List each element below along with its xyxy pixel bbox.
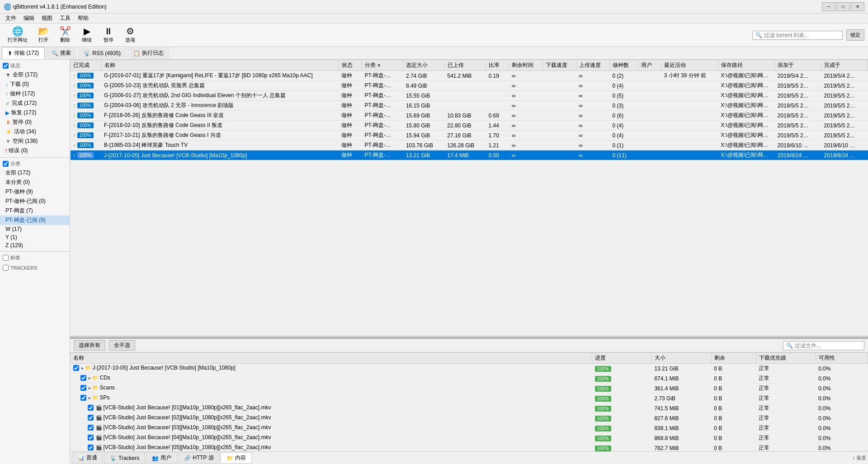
menu-file[interactable]: 文件 — [2, 14, 20, 23]
file-checkbox[interactable] — [80, 385, 86, 391]
trackers-checkbox[interactable] — [3, 265, 9, 271]
tags-checkbox[interactable] — [3, 255, 9, 261]
file-col-priority[interactable]: 下载优先级 — [756, 353, 816, 364]
sidebar-item-seeding[interactable]: ↑ 做种 (172) — [0, 89, 70, 98]
tab-log[interactable]: 📋 执行日志 — [127, 47, 170, 59]
tab-transfer[interactable]: ⬆ 传输 (172) — [2, 47, 45, 59]
file-list-item[interactable]: ▸ 📁 J-[2017-10-05] Just Because! [VCB-St… — [71, 364, 868, 374]
file-col-remaining[interactable]: 剩余 — [711, 353, 756, 364]
col-uploaded[interactable]: 已上传 — [444, 60, 486, 71]
col-ratio[interactable]: 比率 — [486, 60, 509, 71]
col-status[interactable]: 状态 — [339, 60, 362, 71]
tab-trackers[interactable]: 📡 Trackers — [104, 452, 145, 464]
status-checkbox[interactable] — [3, 63, 9, 69]
sidebar-category-pt-disk[interactable]: PT-网盘 (7) — [0, 206, 70, 216]
file-list-item[interactable]: 🎬 [VCB-Studio] Just Because! [05][Ma10p_… — [71, 443, 868, 452]
tab-search[interactable]: 🔍 搜索 — [46, 47, 77, 59]
sidebar-category-w[interactable]: W (17) — [0, 225, 70, 233]
file-col-availability[interactable]: 可用性 — [816, 353, 868, 364]
table-row[interactable]: ↑ 100% B-[1985-03-24] 棒球英豪 Touch TV 做种 P… — [71, 141, 868, 150]
lock-button[interactable]: 锁定 — [846, 29, 864, 41]
file-col-name[interactable]: 名称 — [71, 353, 592, 364]
table-row[interactable]: ↑ 100% F-[2017-10-21] 反叛的鲁路修 Code Geass … — [71, 131, 868, 141]
sidebar-category-pt-seed-read[interactable]: PT-做种-已阅 (0) — [0, 197, 70, 206]
tab-users[interactable]: 👥 用户 — [146, 452, 177, 464]
select-none-button[interactable]: 全不选 — [109, 340, 135, 351]
table-row[interactable]: ↑ 100% J-[2017-10-05] Just Because! [VCB… — [71, 150, 868, 160]
select-all-button[interactable]: 选择所有 — [74, 340, 105, 351]
file-list-item[interactable]: 🎬 [VCB-Studio] Just Because! [01][Ma10p_… — [71, 403, 868, 413]
sidebar-item-downloading[interactable]: ↓ 下载 (0) — [0, 80, 70, 89]
col-completed[interactable]: 完成于 — [821, 60, 868, 71]
file-filter-box[interactable]: 🔍 — [783, 341, 864, 350]
file-list-item[interactable]: ▸ 📁 CDs 100% 674.1 MiB 0 B 正常 0.0% — [71, 374, 868, 384]
sidebar-item-all[interactable]: ▼ 全部 (172) — [0, 70, 70, 80]
file-checkbox[interactable] — [80, 375, 86, 381]
sidebar-item-completed[interactable]: ✓ 完成 (172) — [0, 98, 70, 108]
sidebar-item-resumed[interactable]: ▶ 恢复 (172) — [0, 108, 70, 117]
sidebar-category-all[interactable]: 全部 (172) — [0, 168, 70, 178]
col-progress[interactable]: 已完成 — [71, 60, 102, 71]
file-list-item[interactable]: ▸ 📁 SPs 100% 2.73 GiB 0 B 正常 0.0% — [71, 394, 868, 403]
table-row[interactable]: ↑ 100% F-[2018-02-10] 反叛的鲁路修 Code Geass … — [71, 121, 868, 131]
file-col-size[interactable]: 大小 — [651, 353, 711, 364]
col-remaining[interactable]: 剩余时间 — [509, 60, 542, 71]
menu-edit[interactable]: 编辑 — [20, 14, 38, 23]
sidebar-item-active[interactable]: ⚡ 活动 (34) — [0, 127, 70, 136]
col-seeds[interactable]: 做种数 — [610, 60, 638, 71]
file-col-progress[interactable]: 进度 — [592, 353, 652, 364]
table-row[interactable]: ↑ 100% G-[2016-07-01] 重返17岁 [Kamigami] R… — [71, 71, 868, 81]
file-checkbox[interactable] — [88, 405, 94, 411]
file-list-item[interactable]: 🎬 [VCB-Studio] Just Because! [02][Ma10p_… — [71, 413, 868, 423]
menu-tools[interactable]: 工具 — [56, 14, 74, 23]
options-button[interactable]: ⚙ 选项 — [120, 24, 140, 46]
category-checkbox[interactable] — [3, 161, 9, 167]
file-checkbox[interactable] — [88, 445, 94, 450]
sidebar-category-z[interactable]: Z (129) — [0, 241, 70, 249]
tab-general[interactable]: 📊 普通 — [72, 452, 103, 464]
pause-button[interactable]: ⏸ 暂停 — [99, 24, 118, 46]
col-ul-speed[interactable]: 上传速度 — [576, 60, 609, 71]
resume-button[interactable]: ▶ 继续 — [77, 24, 97, 46]
sidebar-item-paused[interactable]: ⏸ 暂停 (0) — [0, 117, 70, 127]
open-links-button[interactable]: 🌐 打开网址 — [4, 24, 32, 46]
table-row[interactable]: ↑ 100% F-[2018-05-26] 反叛的鲁路修 Code Geass … — [71, 111, 868, 121]
file-list-item[interactable]: 🎬 [VCB-Studio] Just Because! [04][Ma10p_… — [71, 433, 868, 443]
file-filter-input[interactable] — [795, 342, 861, 349]
tab-rss[interactable]: 📡 RSS (4935) — [78, 48, 127, 59]
file-checkbox[interactable] — [73, 365, 79, 371]
menu-view[interactable]: 视图 — [38, 14, 56, 23]
sidebar-category-uncategorized[interactable]: 未分类 (0) — [0, 178, 70, 187]
sidebar-category-pt-seed[interactable]: PT-做种 (9) — [0, 187, 70, 197]
col-dl-speed[interactable]: 下载速度 — [542, 60, 576, 71]
col-save-path[interactable]: 保存路径 — [718, 60, 775, 71]
file-checkbox[interactable] — [88, 425, 94, 431]
sidebar-category-y[interactable]: Y (1) — [0, 233, 70, 241]
col-added[interactable]: 添加于 — [775, 60, 821, 71]
col-users[interactable]: 用户 — [638, 60, 661, 71]
maximize-button[interactable]: □ — [836, 2, 850, 11]
file-checkbox[interactable] — [88, 435, 94, 441]
torrent-search-box[interactable]: 🔍 — [752, 31, 843, 40]
open-button[interactable]: 📂 打开 — [33, 24, 53, 46]
file-checkbox[interactable] — [80, 395, 86, 401]
file-checkbox[interactable] — [88, 415, 94, 421]
menu-help[interactable]: 帮助 — [74, 14, 92, 23]
table-row[interactable]: ↑ 100% G-[2005-10-23] 攻壳机动队 笑脸男 总集篇 做种 P… — [71, 81, 868, 91]
file-list-item[interactable]: 🎬 [VCB-Studio] Just Because! [03][Ma10p_… — [71, 423, 868, 433]
tab-content[interactable]: 📁 内容 — [221, 452, 252, 464]
sidebar-category-pt-disk-read[interactable]: PT-网盘-已阅 (9) — [0, 216, 70, 225]
sidebar-item-idle[interactable]: ▼ 空闲 (138) — [0, 136, 70, 146]
torrent-search-input[interactable] — [764, 32, 840, 38]
sidebar-item-error[interactable]: ! 错误 (0) — [0, 146, 70, 155]
col-category[interactable]: 分类 ✕ — [362, 60, 403, 71]
table-row[interactable]: ↑ 100% G-[2006-01-27] 攻壳机动队 2nd GIG Indi… — [71, 91, 868, 101]
close-button[interactable]: ✕ — [851, 2, 864, 11]
file-list-item[interactable]: ▸ 📁 Scans 100% 361.4 MiB 0 B 正常 0.0% — [71, 384, 868, 394]
delete-button[interactable]: ✂️ 删除 — [55, 24, 75, 46]
col-name[interactable]: 名称 — [101, 60, 339, 71]
col-size[interactable]: 选定大小 — [403, 60, 444, 71]
table-row[interactable]: ↑ 100% G-[2004-03-06] 攻壳机动队 2 无罪 - Innoc… — [71, 101, 868, 111]
col-last-activity[interactable]: 最近活动 — [661, 60, 718, 71]
tab-http[interactable]: 🔗 HTTP 源 — [178, 452, 219, 464]
